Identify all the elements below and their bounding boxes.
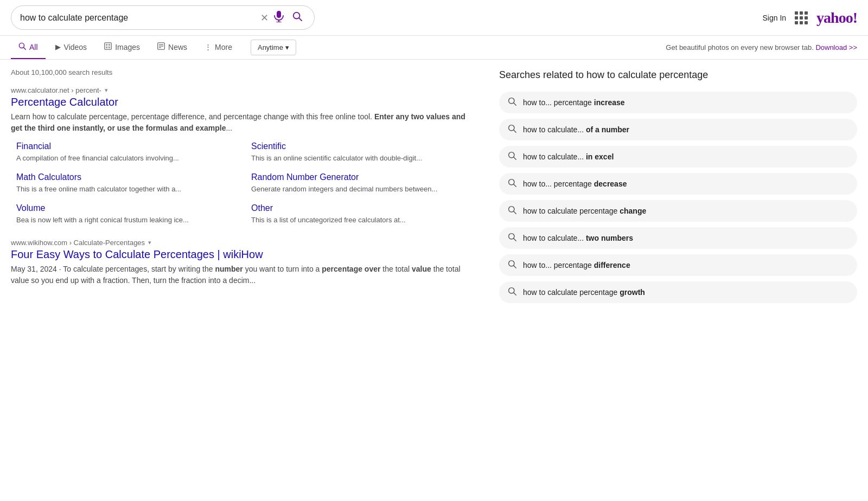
result-desc-suffix: ... — [226, 124, 232, 132]
sub-link-volume-desc: Bea is now left with a right conical fru… — [16, 215, 242, 226]
svg-line-6 — [23, 47, 25, 49]
result-desc-plain: Learn how to calculate percentage, perce… — [11, 112, 374, 121]
sub-link-math[interactable]: Math Calculators — [16, 172, 242, 182]
sub-link-scientific-desc: This is an online scientific calculator … — [251, 153, 477, 164]
related-text: how to calculate percentage growth — [523, 288, 645, 297]
result-count: About 10,100,000 search results — [11, 68, 477, 76]
related-search-icon — [508, 260, 516, 271]
result-date: May 31, 2024 — [11, 265, 57, 273]
svg-rect-8 — [106, 44, 108, 46]
related-item[interactable]: how to calculate percentage growth — [499, 281, 857, 303]
svg-line-17 — [514, 103, 516, 105]
search-input[interactable] — [20, 13, 255, 23]
tab-all-label: All — [29, 43, 38, 52]
images-icon — [104, 42, 112, 52]
related-search-icon — [508, 205, 516, 216]
search-bar: ✕ — [11, 5, 315, 30]
tab-all[interactable]: All — [11, 36, 46, 59]
sign-in-button[interactable]: Sign In — [763, 14, 787, 22]
tab-more[interactable]: ⋮ More — [197, 36, 240, 59]
anytime-chevron-icon: ▾ — [285, 43, 289, 52]
sub-link-math-desc: This is a free online math calculator to… — [16, 184, 242, 195]
sub-link-item: Scientific This is an online scientific … — [251, 142, 477, 164]
sub-link-item: Volume Bea is now left with a right coni… — [16, 203, 242, 226]
sub-link-financial[interactable]: Financial — [16, 142, 242, 151]
svg-line-21 — [514, 157, 516, 159]
tab-images-label: Images — [115, 43, 140, 52]
result-url: www.wikihow.com › Calculate-Percentages … — [11, 239, 477, 247]
sub-link-item: Financial A compilation of free financia… — [16, 142, 242, 164]
tab-videos[interactable]: ▶ Videos — [48, 36, 95, 59]
nav-tabs: All ▶ Videos Images News ⋮ More Anytime … — [0, 36, 868, 60]
related-searches-list: how to... percentage increase how to cal… — [499, 92, 857, 303]
related-item[interactable]: how to calculate... of a number — [499, 119, 857, 140]
related-text: how to... percentage decrease — [523, 179, 627, 188]
related-item[interactable]: how to... percentage difference — [499, 254, 857, 276]
related-text: how to... percentage difference — [523, 261, 630, 269]
related-search-icon — [508, 97, 516, 108]
result-url-text: www.wikihow.com › Calculate-Percentages — [11, 239, 145, 247]
result-desc-wikihow: May 31, 2024 · To calculate percentages,… — [11, 264, 477, 286]
svg-line-4 — [299, 18, 302, 21]
sub-link-volume[interactable]: Volume — [16, 203, 242, 213]
result-item: www.calculator.net › percent- ▾ Percenta… — [11, 86, 477, 226]
tab-more-label: More — [215, 43, 232, 52]
related-text: how to calculate... of a number — [523, 125, 629, 134]
download-link[interactable]: Download >> — [815, 43, 857, 52]
result-url-dropdown-icon[interactable]: ▾ — [148, 239, 151, 246]
tab-images[interactable]: Images — [97, 36, 148, 59]
apps-grid-icon[interactable] — [795, 11, 808, 24]
search-button[interactable] — [289, 10, 305, 25]
sub-link-other-desc: This is a list of uncategorized free cal… — [251, 215, 477, 226]
result-desc: Learn how to calculate percentage, perce… — [11, 111, 477, 134]
related-text: how to calculate... in excel — [523, 152, 614, 161]
related-search-icon — [508, 233, 516, 243]
related-searches-title: Searches related to how to calculate per… — [499, 68, 857, 82]
related-item[interactable]: how to... percentage increase — [499, 92, 857, 113]
sub-link-item: Random Number Generator Generate random … — [251, 172, 477, 195]
anytime-filter[interactable]: Anytime ▾ — [251, 40, 296, 55]
anytime-label: Anytime — [258, 43, 283, 52]
result-url-dropdown-icon[interactable]: ▾ — [105, 87, 108, 94]
svg-rect-0 — [277, 11, 281, 18]
sub-link-item: Math Calculators This is a free online m… — [16, 172, 242, 195]
result-desc-text1: · To calculate percentages, start by wri… — [57, 265, 215, 273]
related-item[interactable]: how to... percentage decrease — [499, 173, 857, 195]
related-searches-column: Searches related to how to calculate per… — [499, 68, 857, 303]
sub-links: Financial A compilation of free financia… — [11, 142, 477, 226]
sub-link-financial-desc: A compilation of free financial calculat… — [16, 153, 242, 164]
header-right: Sign In yahoo! — [763, 9, 858, 27]
tab-news[interactable]: News — [150, 36, 195, 59]
mic-button[interactable] — [274, 10, 284, 25]
clear-button[interactable]: ✕ — [260, 12, 269, 24]
videos-icon: ▶ — [55, 43, 61, 51]
result-desc-bold1: number — [215, 265, 242, 273]
results-column: About 10,100,000 search results www.calc… — [11, 68, 477, 303]
related-text: how to calculate... two numbers — [523, 234, 633, 242]
svg-rect-11 — [108, 47, 111, 49]
svg-line-25 — [514, 211, 516, 214]
news-icon — [157, 42, 165, 52]
related-item[interactable]: how to calculate percentage change — [499, 200, 857, 222]
download-banner: Get beautiful photos on every new browse… — [666, 43, 857, 52]
sub-link-other[interactable]: Other — [251, 203, 477, 213]
sub-link-scientific[interactable]: Scientific — [251, 142, 477, 151]
result-title-wikihow[interactable]: Four Easy Ways to Calculate Percentages … — [11, 248, 477, 261]
related-search-icon — [508, 151, 516, 162]
related-text: how to calculate percentage change — [523, 207, 646, 215]
result-desc-bold3: value — [412, 265, 431, 273]
svg-rect-10 — [106, 47, 108, 49]
related-item[interactable]: how to calculate... in excel — [499, 146, 857, 168]
yahoo-logo: yahoo! — [816, 9, 857, 27]
all-search-icon — [18, 42, 26, 52]
sub-link-random-desc: Generate random integers and decimal num… — [251, 184, 477, 195]
svg-line-19 — [514, 130, 516, 132]
result-desc-bold2: percentage over — [322, 265, 380, 273]
sub-link-random[interactable]: Random Number Generator — [251, 172, 477, 182]
header: ✕ Sign In yahoo! — [0, 0, 868, 36]
svg-rect-9 — [108, 44, 111, 46]
result-title[interactable]: Percentage Calculator — [11, 96, 477, 108]
related-item[interactable]: how to calculate... two numbers — [499, 227, 857, 249]
svg-line-27 — [514, 239, 516, 241]
svg-rect-7 — [105, 43, 112, 50]
